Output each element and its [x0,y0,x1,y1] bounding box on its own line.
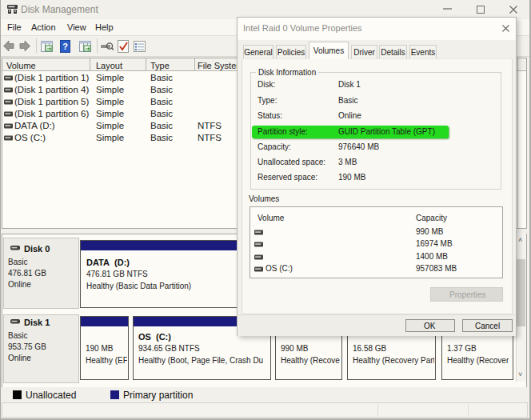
svg-text:?: ? [62,42,68,51]
